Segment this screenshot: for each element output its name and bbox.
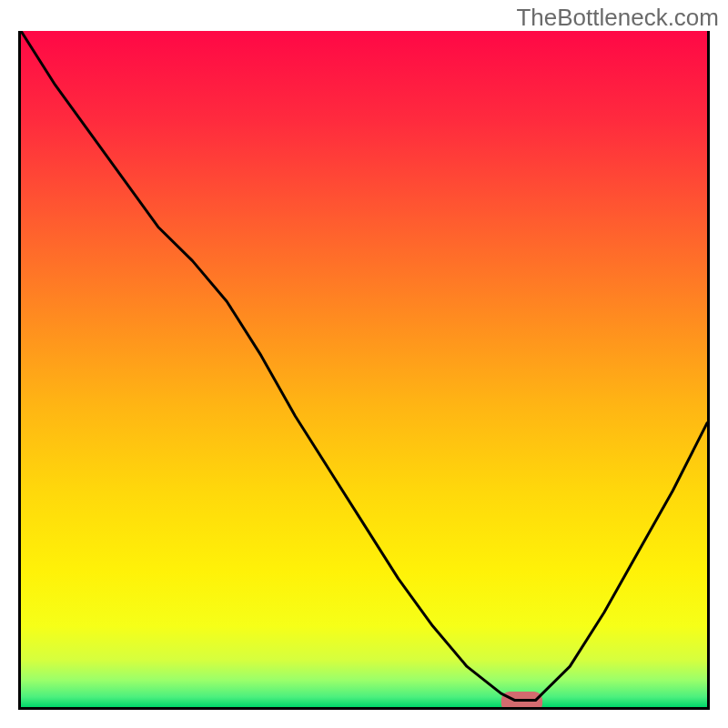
chart-container: TheBottleneck.com bbox=[0, 0, 728, 728]
watermark-text: TheBottleneck.com bbox=[516, 4, 719, 32]
chart-svg bbox=[21, 31, 707, 707]
plot-frame bbox=[18, 31, 710, 710]
gradient-background bbox=[21, 31, 707, 707]
